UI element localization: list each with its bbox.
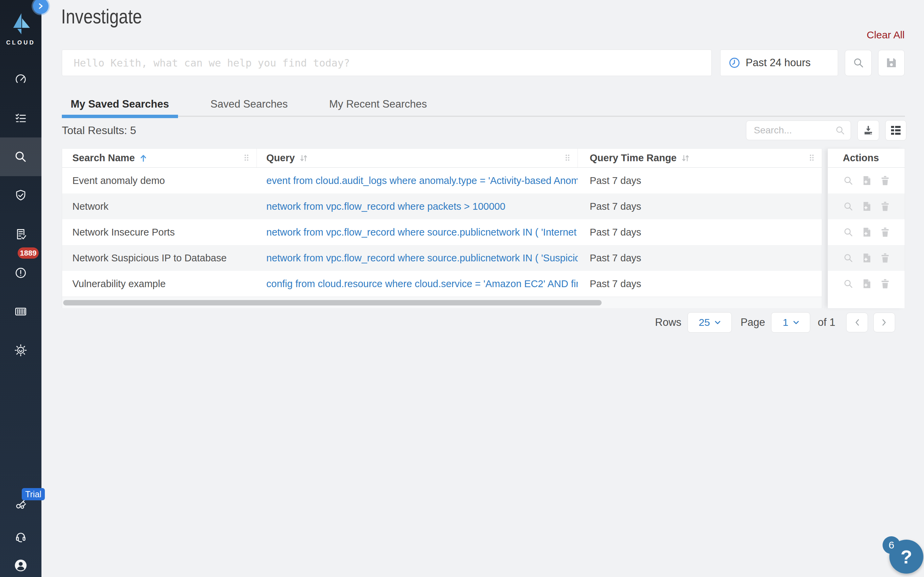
table-row: Network Suspicious IP to Database networ… — [62, 245, 822, 271]
column-header-search-name[interactable]: Search Name — [62, 149, 257, 167]
next-page-button[interactable] — [873, 313, 895, 332]
sidebar-item-checklist[interactable] — [0, 99, 42, 137]
download-results-button[interactable] — [858, 120, 879, 140]
duplicate-search-action-icon[interactable] — [862, 253, 872, 263]
chevron-down-icon — [793, 321, 799, 324]
query-link[interactable]: event from cloud.audit_logs where anomal… — [267, 175, 578, 186]
time-range-cell: Past 7 days — [578, 271, 822, 297]
query-link[interactable]: network from vpc.flow_record where sourc… — [267, 253, 578, 264]
page-select[interactable]: 1 — [771, 312, 810, 333]
column-drag-handle[interactable] — [244, 152, 249, 164]
rows-per-page-select[interactable]: 25 — [688, 312, 732, 333]
toolbar-actions — [746, 120, 906, 140]
trial-badge: Trial — [22, 488, 45, 500]
search-name-cell: Vulnerability example — [62, 271, 257, 297]
sidebar-item-containers[interactable] — [0, 292, 42, 331]
horizontal-scrollbar-track — [62, 297, 822, 308]
run-search-action-icon[interactable] — [843, 201, 853, 211]
column-settings-button[interactable] — [885, 120, 906, 140]
sidebar-item-alerts[interactable]: 1889 — [0, 253, 42, 292]
pagination: Rows 25 Page 1 of 1 — [655, 311, 895, 333]
actions-row — [828, 168, 905, 193]
sidebar-item-settings[interactable] — [0, 331, 42, 370]
page-title: Investigate — [61, 5, 142, 28]
alert-count-badge: 1889 — [18, 247, 39, 259]
table-main-section: Search Name — [62, 148, 822, 308]
tab-saved-searches[interactable]: Saved Searches — [202, 92, 297, 116]
column-drag-handle[interactable] — [809, 152, 814, 164]
table-row: Vulnerability example config from cloud.… — [62, 271, 822, 297]
query-cell: network from vpc.flow_record where sourc… — [257, 219, 578, 245]
sidebar-item-support[interactable] — [0, 521, 42, 553]
horizontal-scrollbar-thumb[interactable] — [63, 300, 602, 305]
column-drag-handle[interactable] — [565, 152, 570, 164]
column-header-query[interactable]: Query — [257, 149, 578, 167]
run-search-button[interactable] — [845, 50, 872, 76]
search-name-cell: Network — [62, 193, 257, 219]
sort-both-icon[interactable] — [300, 154, 308, 162]
clock-icon — [729, 57, 740, 69]
alert-icon — [14, 266, 28, 280]
sort-both-icon[interactable] — [682, 154, 690, 162]
table-body: Event anomaly demo event from cloud.audi… — [62, 168, 822, 297]
page-label: Page — [741, 316, 765, 329]
chevron-right-icon — [882, 319, 887, 326]
duplicate-search-action-icon[interactable] — [862, 176, 872, 186]
delete-search-action-icon[interactable] — [880, 227, 890, 237]
run-search-action-icon[interactable] — [843, 279, 853, 289]
run-search-action-icon[interactable] — [843, 227, 853, 237]
container-icon — [13, 304, 28, 319]
actions-row — [828, 245, 905, 271]
previous-page-button[interactable] — [846, 313, 868, 332]
save-floppy-icon — [885, 57, 897, 69]
query-cell: config from cloud.resource where cloud.s… — [257, 271, 578, 297]
table-row: Event anomaly demo event from cloud.audi… — [62, 168, 822, 193]
time-range-selector[interactable]: Past 24 hours — [720, 50, 838, 76]
report-check-icon — [14, 227, 28, 241]
time-range-cell: Past 7 days — [578, 193, 822, 219]
delete-search-action-icon[interactable] — [880, 176, 890, 186]
search-icon — [835, 125, 845, 135]
chevron-left-icon — [855, 319, 859, 326]
query-link[interactable]: config from cloud.resource where cloud.s… — [267, 278, 578, 290]
column-header-query-time-range[interactable]: Query Time Range — [578, 149, 822, 167]
shield-check-icon — [14, 189, 28, 203]
table-search-input[interactable] — [754, 125, 835, 136]
sort-asc-icon[interactable] — [140, 154, 147, 162]
column-header-actions: Actions — [828, 149, 905, 168]
clear-all-link[interactable]: Clear All — [867, 29, 905, 41]
dashboard-gauge-icon — [14, 72, 28, 87]
tab-my-recent-searches[interactable]: My Recent Searches — [320, 92, 436, 116]
delete-search-action-icon[interactable] — [880, 279, 890, 289]
table-search-box — [746, 121, 851, 140]
sidebar-item-investigate-search[interactable] — [0, 137, 42, 176]
sidebar-item-dashboard[interactable] — [0, 60, 42, 99]
run-search-action-icon[interactable] — [843, 176, 853, 186]
duplicate-search-action-icon[interactable] — [862, 279, 872, 289]
time-range-cell: Past 7 days — [578, 219, 822, 245]
search-name-cell: Network Insecure Ports — [62, 219, 257, 245]
run-search-action-icon[interactable] — [843, 253, 853, 263]
sidebar-item-compliance[interactable] — [0, 176, 42, 215]
actions-row — [828, 219, 905, 245]
checklist-icon — [14, 111, 28, 125]
query-link[interactable]: network from vpc.flow_record where sourc… — [267, 227, 578, 238]
time-range-cell: Past 7 days — [578, 245, 822, 271]
time-range-cell: Past 7 days — [578, 168, 822, 193]
tab-my-saved-searches[interactable]: My Saved Searches — [62, 92, 178, 116]
actions-row — [828, 193, 905, 219]
save-search-button[interactable] — [878, 50, 905, 76]
app-logo: CLOUD — [0, 13, 42, 46]
delete-search-action-icon[interactable] — [880, 201, 890, 211]
help-button[interactable]: 6 ? — [889, 540, 923, 574]
sidebar-item-profile[interactable] — [0, 549, 42, 577]
duplicate-search-action-icon[interactable] — [862, 227, 872, 237]
settings-gear-icon — [14, 343, 28, 358]
duplicate-search-action-icon[interactable] — [862, 201, 872, 211]
chevron-right-icon — [38, 3, 44, 9]
delete-search-action-icon[interactable] — [880, 253, 890, 263]
search-tabs: My Saved Searches Saved Searches My Rece… — [62, 92, 905, 117]
query-search-input[interactable] — [62, 50, 712, 76]
time-range-value: Past 24 hours — [746, 57, 811, 69]
query-link[interactable]: network from vpc.flow_record where packe… — [267, 201, 506, 212]
